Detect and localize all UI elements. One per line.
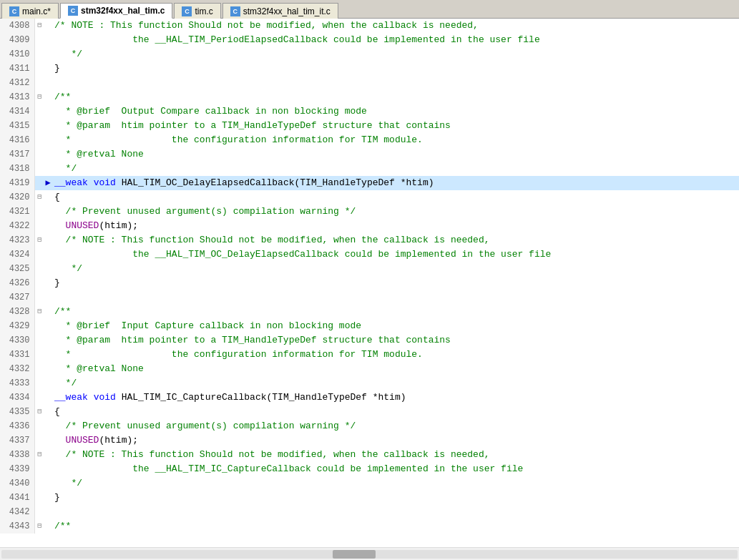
fold-indicator — [34, 462, 44, 476]
fold-indicator[interactable]: ⊟ — [34, 305, 44, 319]
line-marker — [44, 462, 52, 476]
line-marker — [44, 433, 52, 448]
table-row: 4328⊟/** — [0, 305, 739, 319]
table-row: 4326} — [0, 276, 739, 290]
tab-stm32f4xx-hal-tim-it-c[interactable]: Cstm32f4xx_hal_tim_it.c — [222, 3, 338, 19]
line-number: 4328 — [0, 305, 34, 319]
line-code: * @retval None — [52, 362, 739, 376]
line-number: 4331 — [0, 348, 34, 362]
horizontal-scrollbar[interactable] — [0, 547, 739, 560]
fold-indicator[interactable]: ⊟ — [34, 448, 44, 462]
line-number: 4309 — [0, 33, 34, 47]
line-code — [52, 505, 739, 519]
line-number: 4343 — [0, 519, 34, 534]
line-marker — [44, 147, 52, 162]
line-marker — [44, 491, 52, 505]
line-number: 4311 — [0, 62, 34, 76]
fold-indicator — [34, 176, 44, 190]
tab-label: tim.c — [195, 6, 212, 16]
code-lines[interactable]: 4308⊟/* NOTE : This function Should not … — [0, 19, 739, 547]
fold-indicator[interactable]: ⊟ — [34, 190, 44, 205]
fold-indicator[interactable]: ⊟ — [34, 405, 44, 419]
fold-indicator — [34, 476, 44, 491]
line-code: /** — [52, 305, 739, 319]
fold-indicator — [34, 319, 44, 333]
table-row: 4308⊟/* NOTE : This function Should not … — [0, 19, 739, 33]
line-marker — [44, 505, 52, 519]
fold-indicator — [34, 133, 44, 147]
line-number: 4313 — [0, 90, 34, 104]
line-number: 4337 — [0, 433, 34, 448]
line-marker — [44, 290, 52, 305]
line-number: 4308 — [0, 19, 34, 33]
tab-tim-c[interactable]: Ctim.c — [174, 3, 220, 19]
line-code: * @brief Output Compare callback in non … — [52, 104, 739, 119]
line-marker — [44, 119, 52, 133]
line-marker — [44, 205, 52, 219]
fold-indicator — [34, 119, 44, 133]
line-marker — [44, 390, 52, 405]
fold-indicator — [34, 76, 44, 90]
line-marker — [44, 333, 52, 348]
table-row: 4342 — [0, 505, 739, 519]
tab-stm32f4xx-hal-tim-c[interactable]: Cstm32f4xx_hal_tim.c — [60, 3, 172, 19]
tab-main-c-[interactable]: Cmain.c* — [1, 3, 59, 19]
table-row: 4310 */ — [0, 47, 739, 62]
fold-indicator[interactable]: ⊟ — [34, 90, 44, 104]
line-marker — [44, 162, 52, 176]
scrollbar-thumb[interactable] — [333, 550, 376, 559]
line-marker — [44, 90, 52, 104]
line-code: the __HAL_TIM_OC_DelayElapsedCallback co… — [52, 247, 739, 262]
line-marker — [44, 419, 52, 433]
table-row: 4337 UNUSED(htim); — [0, 433, 739, 448]
line-marker — [44, 276, 52, 290]
tab-bar: Cmain.c*Cstm32f4xx_hal_tim.cCtim.cCstm32… — [0, 0, 739, 19]
table-row: 4321 /* Prevent unused argument(s) compi… — [0, 205, 739, 219]
line-number: 4323 — [0, 233, 34, 247]
table-row: 4340 */ — [0, 476, 739, 491]
fold-indicator — [34, 247, 44, 262]
line-code: /** — [52, 90, 739, 104]
line-code: __weak void HAL_TIM_IC_CaptureCallback(T… — [52, 390, 739, 405]
table-row: 4331 * the configuration information for… — [0, 348, 739, 362]
table-row: 4314 * @brief Output Compare callback in… — [0, 104, 739, 119]
table-row: 4327 — [0, 290, 739, 305]
table-row: 4332 * @retval None — [0, 362, 739, 376]
tab-file-icon: C — [230, 6, 240, 16]
line-number: 4327 — [0, 290, 34, 305]
line-number: 4322 — [0, 219, 34, 233]
fold-indicator[interactable]: ⊟ — [34, 233, 44, 247]
line-number: 4319 — [0, 176, 34, 190]
table-row: 4329 * @brief Input Capture callback in … — [0, 319, 739, 333]
tab-label: stm32f4xx_hal_tim.c — [81, 6, 165, 16]
table-row: 4322 UNUSED(htim); — [0, 219, 739, 233]
line-code — [52, 290, 739, 305]
table-row: 4336 /* Prevent unused argument(s) compi… — [0, 419, 739, 433]
line-code: * the configuration information for TIM … — [52, 348, 739, 362]
line-number: 4317 — [0, 147, 34, 162]
line-code: /* NOTE : This function Should not be mo… — [52, 233, 739, 247]
scrollbar-track[interactable] — [1, 550, 738, 559]
line-marker — [44, 348, 52, 362]
line-code: /** — [52, 519, 739, 534]
fold-indicator[interactable]: ⊟ — [34, 519, 44, 534]
tab-label: main.c* — [22, 6, 51, 16]
table-row: 4324 the __HAL_TIM_OC_DelayElapsedCallba… — [0, 247, 739, 262]
line-code: */ — [52, 262, 739, 276]
line-code: the __HAL_TIM_PeriodElapsedCallback coul… — [52, 33, 739, 47]
fold-indicator — [34, 62, 44, 76]
line-number: 4321 — [0, 205, 34, 219]
line-marker — [44, 219, 52, 233]
fold-indicator[interactable]: ⊟ — [34, 19, 44, 33]
fold-indicator — [34, 376, 44, 390]
line-marker — [44, 362, 52, 376]
line-number: 4342 — [0, 505, 34, 519]
table-row: 4338⊟ /* NOTE : This function Should not… — [0, 448, 739, 462]
table-row: 4320⊟{ — [0, 190, 739, 205]
line-marker — [44, 262, 52, 276]
table-row: 4312 — [0, 76, 739, 90]
line-marker — [44, 519, 52, 534]
line-number: 4314 — [0, 104, 34, 119]
table-row: 4319▶__weak void HAL_TIM_OC_DelayElapsed… — [0, 176, 739, 190]
line-number: 4312 — [0, 76, 34, 90]
